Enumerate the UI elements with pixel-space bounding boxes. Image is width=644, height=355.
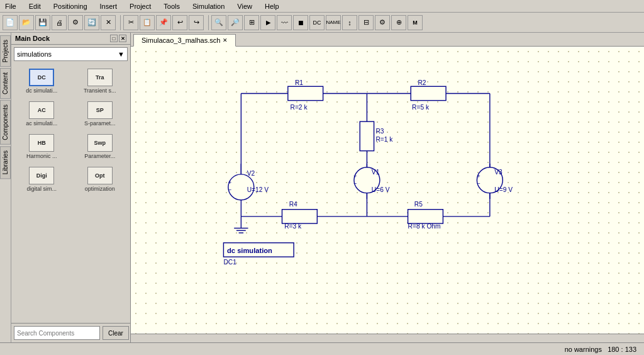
sim-icon-sparams: SP [87,101,113,119]
sim-icon-optimization: Opt [87,167,113,184]
svg-text:−: − [353,181,357,187]
dock-close-btn[interactable]: ✕ [119,35,126,42]
tb-icon-settings[interactable]: ⚙ [375,15,390,30]
svg-text:R=8 k Ohm: R=8 k Ohm [408,223,441,230]
sim-item-harmonic[interactable]: HB Harmonic ... [14,132,70,162]
sim-icon-digital: Digi [29,167,54,184]
dock-search-area: Clear [11,323,130,342]
sim-label-harmonic: Harmonic ... [26,153,57,159]
svg-rect-21 [282,210,317,223]
main-dock: Main Dock □ ✕ simulations ▼ DC dc simula… [11,33,131,342]
tb-icon-wave[interactable]: 〰 [277,15,292,30]
svg-rect-9 [360,121,374,151]
tb-icon5[interactable]: ⚙ [68,15,83,30]
sidebar-tab-libraries[interactable]: Libraries [0,146,11,179]
svg-rect-24 [408,210,443,223]
tb-undo[interactable]: ↩ [172,15,187,30]
tb-icon-marker[interactable]: M [408,15,423,30]
tab-schematic[interactable]: Simulacao_3_malhas.sch ✕ [133,34,236,47]
svg-text:DC1: DC1 [223,259,236,266]
tb-cut[interactable]: ✂ [123,15,138,30]
sim-label-optimization: optimization [85,186,115,192]
svg-text:+: + [353,173,357,179]
menu-file[interactable]: File [1,2,20,11]
sim-item-optimization[interactable]: Opt optimization [72,164,128,194]
menu-view[interactable]: View [233,2,256,11]
menu-simulation[interactable]: Simulation [189,2,228,11]
schematic-area: Simulacao_3_malhas.sch ✕ [131,33,644,342]
tab-close-icon[interactable]: ✕ [223,37,228,43]
sidebar-tab-components[interactable]: Components [0,100,11,145]
svg-text:R4: R4 [289,201,297,208]
sim-item-ac[interactable]: AC ac simulati... [14,99,70,129]
svg-text:R=2 k: R=2 k [291,104,308,111]
tb-icon-stop[interactable]: ⏹ [293,15,308,30]
sim-label-transient: Transient s... [84,87,116,94]
menu-tools[interactable]: Tools [160,2,184,11]
dock-title-buttons: □ ✕ [110,35,126,42]
svg-text:U=9 V: U=9 V [494,186,513,193]
tb-icon6[interactable]: 🔄 [84,15,99,30]
svg-text:R=3 k: R=3 k [284,223,302,230]
tb-icon-arrow[interactable]: ↕ [342,15,357,30]
tb-icon-dc[interactable]: DC [309,15,325,30]
tb-icon-name[interactable]: NAME [326,15,341,30]
menubar: File Edit Positioning Insert Project Too… [0,0,644,13]
sim-item-dc[interactable]: DC dc simulati... [14,66,70,96]
schematic-svg: + − + − + − R1 R=2 k R2 R=5 k R3 [131,47,644,334]
sim-selector: simulations ▼ [11,45,130,64]
dock-title-label: Main Dock [15,35,50,42]
menu-insert[interactable]: Insert [96,2,121,11]
tb-open[interactable]: 📂 [19,15,34,30]
menu-project[interactable]: Project [126,2,155,11]
tb-sep1 [118,15,121,30]
tb-new[interactable]: 📄 [3,15,18,30]
sim-label-ac: ac simulati... [26,120,57,127]
svg-text:R=5 k: R=5 k [412,104,430,111]
tb-zoom-in[interactable]: 🔍 [211,15,226,30]
menu-help[interactable]: Help [261,2,283,11]
sim-dropdown-label: simulations [17,50,52,58]
tb-icon-grid[interactable]: ⊟ [358,15,374,30]
sim-item-digital[interactable]: Digi digital sim... [14,164,70,194]
menu-positioning[interactable]: Positioning [50,2,91,11]
sim-icon-harmonic: HB [29,134,54,152]
tb-zoom-out[interactable]: 🔎 [228,15,243,30]
svg-text:dc simulation: dc simulation [227,247,272,254]
menu-edit[interactable]: Edit [25,2,45,11]
sim-icon-dc: DC [29,69,54,86]
sim-item-param-sweep[interactable]: Swp Parameter... [72,132,128,162]
tab-label: Simulacao_3_malhas.sch [142,37,220,44]
sidebar-tab-content[interactable]: Content [0,68,11,99]
sim-item-sparams[interactable]: SP S-paramet... [72,99,128,129]
sidebar-tab-projects[interactable]: Projects [0,35,11,67]
tb-paste[interactable]: 📌 [156,15,171,30]
svg-text:+: + [228,179,231,186]
tb-redo[interactable]: ↪ [189,15,204,30]
clear-button[interactable]: Clear [103,326,129,340]
tb-print[interactable]: 🖨 [52,15,67,30]
dock-float-btn[interactable]: □ [110,35,118,42]
horizontal-scrollbar[interactable] [131,334,644,342]
svg-text:R=1 k: R=1 k [375,136,393,143]
svg-text:R2: R2 [418,79,426,86]
sim-label-param-sweep: Parameter... [84,153,115,159]
sim-label-digital: digital sim... [26,186,57,192]
svg-text:U=12 V: U=12 V [247,186,269,193]
sim-item-transient[interactable]: Tra Transient s... [72,66,128,96]
sim-dropdown[interactable]: simulations ▼ [14,47,128,61]
tb-copy[interactable]: 📋 [140,15,155,30]
svg-text:R5: R5 [414,201,423,208]
tab-bar: Simulacao_3_malhas.sch ✕ [131,33,644,47]
tb-fit[interactable]: ⊞ [244,15,259,30]
sim-dropdown-arrow: ▼ [118,50,125,58]
search-input[interactable] [14,326,100,340]
schematic-canvas[interactable]: + − + − + − R1 R=2 k R2 R=5 k R3 [131,47,644,334]
svg-rect-1 [288,86,323,100]
tb-icon-extra[interactable]: ⊕ [391,15,406,30]
tb-save[interactable]: 💾 [35,15,50,30]
tb-sim-run[interactable]: ▶ [260,15,275,30]
tb-icon7[interactable]: ✕ [101,15,116,30]
svg-text:R3: R3 [375,128,384,135]
svg-text:V1: V1 [372,169,380,176]
